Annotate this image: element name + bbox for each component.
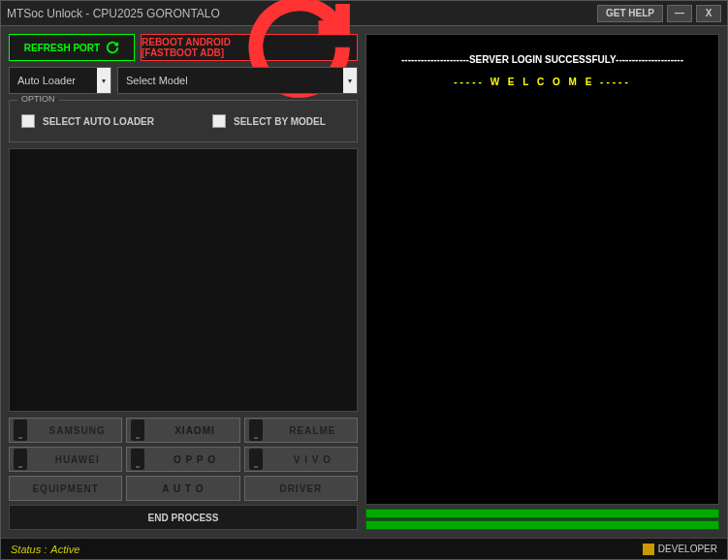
end-process-button[interactable]: END PROCESS [9, 505, 358, 530]
realme-button[interactable]: REALME [244, 418, 358, 443]
log-panel [9, 148, 358, 412]
progress-bar-1 [365, 509, 719, 518]
oppo-button[interactable]: O P P O [126, 447, 239, 472]
loader-value: Auto Loader [17, 75, 76, 86]
reboot-android-button[interactable]: REBOOT ANDROID [FASTBOOT ADB] [141, 34, 358, 61]
oppo-label: O P P O [150, 454, 238, 465]
driver-label: DRIVER [245, 483, 357, 494]
select-auto-loader-checkbox[interactable]: SELECT AUTO LOADER [21, 114, 154, 128]
content-area: REFRESH PORT REBOOT ANDROID [FASTBOOT AD… [1, 26, 727, 538]
phone-icon [131, 449, 144, 470]
checkbox-icon [21, 114, 35, 128]
option-group: OPTION SELECT AUTO LOADER SELECT BY MODE… [9, 100, 358, 142]
auto-loader-label: SELECT AUTO LOADER [43, 116, 154, 127]
developer-link[interactable]: DEVELOPER [643, 544, 717, 555]
vivo-button[interactable]: V I V O [244, 447, 358, 472]
refresh-port-button[interactable]: REFRESH PORT [9, 34, 135, 61]
refresh-icon [106, 41, 119, 54]
console-line-welcome: ----- W E L C O M E ----- [374, 77, 711, 87]
model-select[interactable]: Select Model ▾ [117, 67, 358, 94]
huawei-button[interactable]: HUAWEI [9, 447, 122, 472]
equipment-label: EQUIPMENT [10, 483, 121, 494]
phone-icon [14, 420, 27, 441]
developer-label: DEVELOPER [658, 544, 717, 554]
status-label: Status : [11, 544, 47, 555]
huawei-label: HUAWEI [33, 454, 121, 465]
app-window: MTSoc Unlock - CPU2025 GORONTALO GET HEL… [0, 0, 728, 560]
driver-button[interactable]: DRIVER [244, 476, 358, 501]
xiaomi-button[interactable]: XIAOMI [126, 418, 239, 443]
left-panel: REFRESH PORT REBOOT ANDROID [FASTBOOT AD… [9, 34, 358, 530]
developer-icon [643, 544, 654, 555]
status-value: Active [50, 544, 79, 555]
realme-label: REALME [269, 425, 357, 436]
option-legend: OPTION [17, 94, 59, 104]
samsung-button[interactable]: SAMSUNG [9, 418, 122, 443]
minimize-button[interactable]: — [667, 5, 692, 22]
progress-bar-2 [365, 520, 719, 530]
console-line-login: ---------------------SERVER LOGIN SUCCES… [374, 54, 711, 65]
select-by-model-checkbox[interactable]: SELECT BY MODEL [212, 114, 326, 128]
chevron-down-icon: ▾ [343, 68, 357, 93]
auto-button[interactable]: A U T O [126, 476, 239, 501]
phone-icon [131, 420, 144, 441]
phone-icon [14, 449, 27, 470]
auto-label: A U T O [127, 483, 238, 494]
xiaomi-label: XIAOMI [150, 425, 238, 436]
reboot-label: REBOOT ANDROID [FASTBOOT ADB] [142, 37, 236, 58]
close-button[interactable]: X [696, 5, 721, 22]
right-panel: ---------------------SERVER LOGIN SUCCES… [365, 34, 719, 530]
console-output: ---------------------SERVER LOGIN SUCCES… [365, 34, 719, 505]
vivo-label: V I V O [269, 454, 357, 465]
refresh-label: REFRESH PORT [24, 43, 100, 53]
equipment-button[interactable]: EQUIPMENT [9, 476, 122, 501]
chevron-down-icon: ▾ [97, 68, 111, 93]
phone-icon [249, 420, 263, 441]
progress-area [365, 509, 719, 530]
checkbox-icon [212, 114, 226, 128]
phone-icon [249, 449, 263, 470]
titlebar: MTSoc Unlock - CPU2025 GORONTALO GET HEL… [1, 1, 727, 26]
brand-grid: SAMSUNG XIAOMI REALME HUAWEI O P P O [9, 418, 358, 501]
by-model-label: SELECT BY MODEL [234, 116, 326, 127]
auto-loader-select[interactable]: Auto Loader ▾ [9, 67, 111, 94]
gethelp-button[interactable]: GET HELP [597, 5, 663, 22]
statusbar: Status : Active DEVELOPER [1, 538, 727, 559]
samsung-label: SAMSUNG [33, 425, 121, 436]
model-value: Select Model [126, 75, 188, 86]
